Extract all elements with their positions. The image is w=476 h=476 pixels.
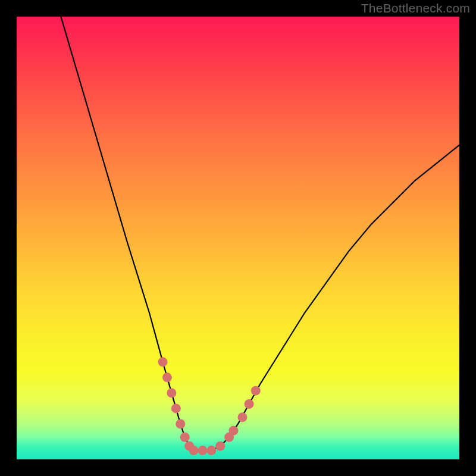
chart-stage: TheBottleneck.com xyxy=(0,0,476,476)
highlight-dot xyxy=(158,357,168,367)
attribution-text: TheBottleneck.com xyxy=(361,1,470,15)
bottleneck-curve-path xyxy=(61,17,459,450)
highlight-dot xyxy=(176,419,185,428)
curve-svg xyxy=(17,17,459,459)
highlight-dot xyxy=(237,412,247,422)
highlight-dot xyxy=(251,386,261,396)
highlight-dot xyxy=(229,426,239,436)
highlight-dot xyxy=(167,388,176,397)
highlight-dot xyxy=(180,433,190,442)
highlight-dot xyxy=(198,446,207,455)
highlight-dot xyxy=(162,372,172,382)
plot-area xyxy=(17,17,459,459)
highlight-dot xyxy=(215,441,225,451)
highlight-dot xyxy=(171,403,181,413)
highlight-dot xyxy=(189,446,199,455)
highlight-dot xyxy=(245,399,254,409)
highlight-dots-group xyxy=(158,357,261,455)
highlight-dot xyxy=(206,446,216,455)
